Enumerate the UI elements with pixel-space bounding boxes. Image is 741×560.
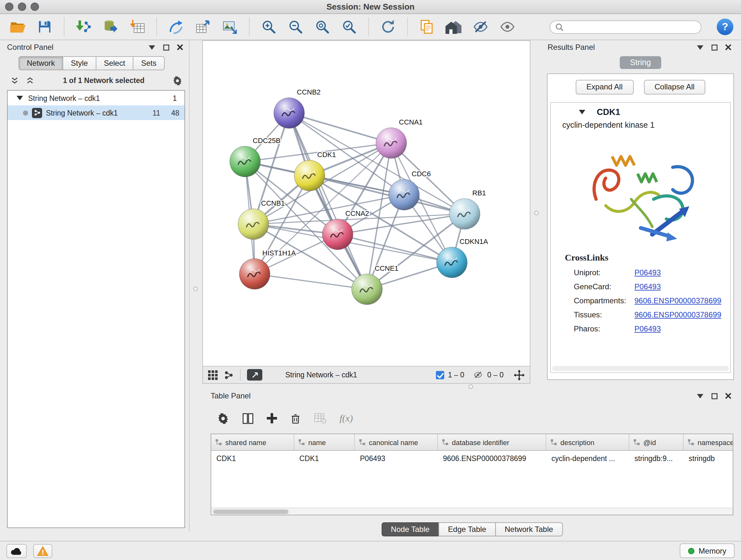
network-node[interactable]: [238, 209, 269, 240]
tab-style[interactable]: Style: [63, 56, 96, 70]
network-node[interactable]: [294, 160, 325, 191]
table-row[interactable]: CDK1 CDK1 P06493 9606.ENSP00000378699 cy…: [211, 451, 733, 466]
panel-maximize-icon[interactable]: [161, 42, 171, 52]
memory-button[interactable]: Memory: [679, 543, 735, 558]
column-header[interactable]: name: [294, 434, 355, 450]
network-node-label: CDC25B: [253, 137, 280, 145]
network-collection-row[interactable]: String Network – cdk1 1: [8, 91, 185, 105]
network-view-statusbar: String Network – cdk1 1 – 0 0 – 0: [203, 366, 530, 383]
table-horizontal-scrollbar[interactable]: [211, 508, 733, 515]
scrollbar-thumb[interactable]: [213, 509, 288, 514]
warning-button[interactable]: [33, 544, 52, 558]
column-header[interactable]: database identifier: [438, 434, 546, 450]
network-node[interactable]: [376, 128, 407, 159]
gene-expander-icon[interactable]: [579, 110, 585, 114]
panel-close-icon[interactable]: [723, 391, 733, 401]
tab-edge-table[interactable]: Edge Table: [439, 522, 496, 537]
column-header[interactable]: description: [546, 434, 629, 450]
crosslink-label: GeneCard:: [574, 282, 634, 291]
results-scrollbar[interactable]: [552, 366, 729, 371]
splitter-handle[interactable]: [468, 384, 473, 389]
export-table-icon[interactable]: [193, 16, 213, 38]
column-header[interactable]: shared name: [211, 434, 294, 450]
merge-networks-icon[interactable]: [166, 16, 186, 38]
copy-icon[interactable]: [417, 16, 437, 38]
fit-content-crosshair-icon[interactable]: [514, 369, 525, 380]
zoom-out-icon[interactable]: [285, 16, 306, 38]
selected-items-checkbox[interactable]: [436, 371, 444, 379]
panel-float-icon[interactable]: [147, 42, 157, 52]
column-header[interactable]: @id: [629, 434, 684, 450]
network-node[interactable]: [322, 219, 353, 250]
column-header[interactable]: canonical name: [355, 434, 438, 450]
import-network-file-icon[interactable]: [73, 16, 94, 38]
tab-string[interactable]: String: [620, 56, 661, 69]
expand-all-button[interactable]: Expand All: [576, 79, 633, 94]
show-graphics-details-icon[interactable]: [497, 16, 518, 38]
crosslinks-title: CrossLinks: [551, 253, 730, 263]
network-canvas[interactable]: CCNB2CCNA1CDC25BCDK1CDC6RB1CCNB1CCNA2CDK…: [203, 41, 530, 366]
cloud-button[interactable]: [6, 544, 27, 558]
panel-close-icon[interactable]: [175, 42, 185, 52]
column-type-icon: [215, 439, 222, 446]
network-node[interactable]: [389, 179, 419, 210]
network-node[interactable]: [449, 199, 480, 229]
splitter-handle[interactable]: [534, 211, 539, 215]
panel-float-icon[interactable]: [695, 391, 705, 401]
splitter-handle[interactable]: [193, 287, 198, 291]
refresh-icon[interactable]: [378, 16, 398, 38]
collapse-all-button[interactable]: Collapse All: [644, 79, 705, 94]
import-network-database-icon[interactable]: [100, 16, 121, 38]
network-edge[interactable]: [255, 274, 367, 289]
zoom-in-icon[interactable]: [259, 16, 279, 38]
tab-network[interactable]: Network: [18, 56, 63, 70]
tab-sets[interactable]: Sets: [133, 56, 165, 70]
panel-float-icon[interactable]: [695, 42, 705, 52]
tree-expander-icon[interactable]: [17, 96, 23, 100]
zoom-fit-icon[interactable]: [312, 16, 333, 38]
show-columns-icon[interactable]: [242, 412, 254, 424]
network-node[interactable]: [274, 98, 305, 128]
network-options-gear-icon[interactable]: [172, 75, 183, 85]
help-button[interactable]: ?: [717, 18, 733, 35]
collapse-all-icon[interactable]: [10, 75, 20, 85]
panel-maximize-icon[interactable]: [709, 391, 719, 401]
network-node[interactable]: [352, 274, 382, 305]
panel-maximize-icon[interactable]: [709, 42, 719, 52]
import-table-icon[interactable]: [127, 16, 147, 38]
panel-close-icon[interactable]: [723, 42, 733, 52]
selected-count: 1 – 0: [448, 371, 464, 379]
tab-network-table[interactable]: Network Table: [495, 522, 563, 537]
save-session-icon[interactable]: [35, 16, 55, 38]
network-edge[interactable]: [289, 113, 367, 289]
network-row[interactable]: String Network – cdk1 11 48: [8, 105, 185, 120]
crosslink-link[interactable]: 9606.ENSP00000378699: [634, 296, 721, 305]
hide-graphics-icon[interactable]: [470, 16, 491, 38]
zoom-selected-icon[interactable]: [339, 16, 359, 38]
hidden-items-icon[interactable]: [473, 370, 483, 379]
open-in-new-icon[interactable]: [247, 369, 262, 381]
crosslink-link[interactable]: 9606.ENSP00000378699: [634, 310, 721, 319]
open-session-icon[interactable]: [8, 16, 28, 38]
network-edge[interactable]: [289, 113, 391, 143]
tab-select[interactable]: Select: [95, 56, 133, 70]
column-header[interactable]: namespace: [684, 434, 733, 450]
control-panel-tabs: Network Style Select Sets: [3, 54, 189, 72]
grid-view-icon[interactable]: [208, 370, 218, 380]
network-node[interactable]: [230, 146, 260, 177]
expand-all-icon[interactable]: [25, 75, 35, 85]
birdseye-views-icon[interactable]: [444, 16, 464, 38]
add-column-icon[interactable]: [267, 413, 277, 423]
crosslink-link[interactable]: P06493: [634, 282, 661, 291]
crosslink-link[interactable]: P06493: [634, 268, 661, 277]
table-options-gear-icon[interactable]: [217, 412, 229, 424]
crosslink-link[interactable]: P06493: [634, 324, 661, 333]
search-input[interactable]: [567, 23, 696, 30]
network-overview-icon[interactable]: [224, 370, 233, 380]
export-image-icon[interactable]: [219, 16, 240, 38]
tab-node-table[interactable]: Node Table: [381, 522, 439, 537]
delete-column-icon[interactable]: [290, 412, 301, 424]
function-builder-icon[interactable]: f(x): [340, 413, 353, 424]
network-node[interactable]: [239, 259, 270, 289]
network-node[interactable]: [436, 247, 467, 278]
